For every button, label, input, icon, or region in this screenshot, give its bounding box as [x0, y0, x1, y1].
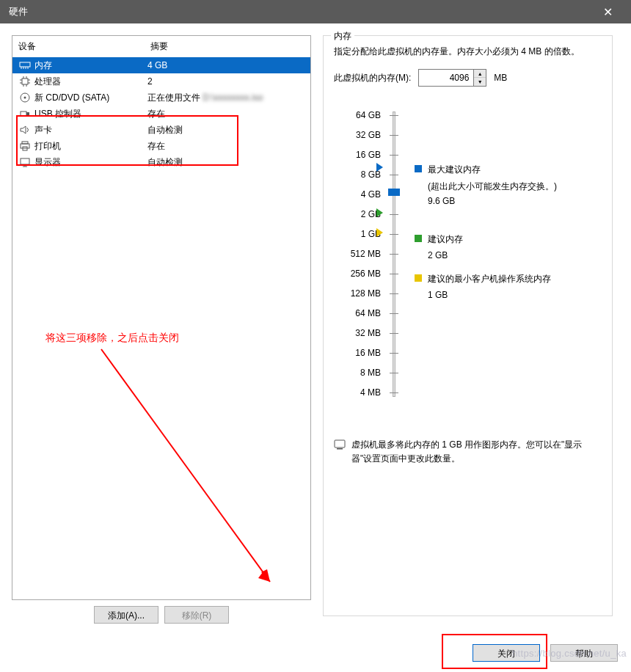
slider-tick-label: 64 GB [334, 106, 387, 125]
legend-color-icon [415, 274, 422, 282]
legend-color-icon [415, 165, 422, 172]
hint-icon [334, 439, 346, 466]
disc-icon [18, 92, 32, 103]
svg-point-15 [24, 97, 26, 99]
svg-rect-20 [21, 144, 29, 148]
memory-unit: MB [494, 73, 507, 83]
spin-down-icon[interactable]: ▼ [474, 78, 486, 86]
legend-title: 最大建议内存 [428, 163, 481, 176]
legend-item: 建议的最小客户机操作系统内存 [415, 272, 557, 285]
device-summary: 正在使用文件 D:\xxxxxxxx.iso [147, 92, 304, 104]
svg-rect-22 [21, 158, 29, 164]
slider-tick-label: 512 MB [334, 244, 387, 264]
watermark: https://blog.csdn.net/u_ka [512, 648, 627, 659]
svg-rect-0 [20, 62, 30, 67]
device-name: 显示器 [34, 156, 61, 169]
device-summary: 2 [147, 76, 304, 87]
device-name: 内存 [34, 59, 52, 72]
slider-tick-label: 4 MB [334, 383, 387, 403]
remove-button: 移除(R) [164, 606, 229, 624]
device-summary: 自动检测 [147, 124, 304, 136]
slider-tick-label: 4 GB [334, 185, 387, 205]
slider-tick-label: 128 MB [334, 284, 387, 304]
titlebar: 硬件 ✕ [0, 0, 631, 23]
hardware-list-header: 设备 摘要 [12, 36, 310, 57]
add-button[interactable]: 添加(A)... [94, 606, 158, 624]
memory-group-title: 内存 [331, 30, 354, 43]
memory-input[interactable] [419, 70, 473, 86]
hardware-row[interactable]: 声卡自动检测 [12, 122, 310, 138]
hardware-row[interactable]: 显示器自动检测 [12, 154, 310, 170]
device-summary: 自动检测 [147, 156, 304, 169]
hardware-row[interactable]: 内存4 GB [12, 57, 310, 73]
hardware-buttons: 添加(A)... 移除(R) [12, 606, 311, 624]
hardware-row[interactable]: 打印机存在 [12, 138, 310, 154]
hardware-list: 设备 摘要 内存4 GB处理器2新 CD/DVD (SATA)正在使用文件 D:… [12, 35, 311, 600]
memory-groupbox: 内存 指定分配给此虚拟机的内存量。内存大小必须为 4 MB 的倍数。 此虚拟机的… [323, 35, 613, 616]
spin-up-icon[interactable]: ▲ [474, 70, 486, 78]
annotation-text: 将这三项移除，之后点击关闭 [45, 332, 179, 345]
slider-tick-label: 16 MB [334, 343, 387, 363]
svg-rect-17 [26, 112, 29, 115]
svg-marker-18 [21, 126, 26, 134]
hardware-row[interactable]: 处理器2 [12, 73, 310, 90]
memory-legend: 最大建议内存(超出此大小可能发生内存交换。)9.6 GB建议内存2 GB建议的最… [404, 106, 557, 403]
marker-min-icon [376, 228, 383, 237]
memory-spinner[interactable]: ▲ ▼ [418, 69, 486, 87]
device-name: 声卡 [34, 124, 52, 136]
slider-tick-labels: 64 GB32 GB16 GB8 GB4 GB2 GB1 GB512 MB256… [334, 106, 387, 403]
cpu-icon [18, 76, 32, 87]
slider-tick-label: 8 MB [334, 363, 387, 383]
slider-tick-label: 64 MB [334, 304, 387, 324]
header-summary[interactable]: 摘要 [150, 40, 304, 53]
legend-item: 最大建议内存 [415, 163, 557, 176]
legend-item: 建议内存 [415, 233, 557, 246]
memory-icon [18, 59, 32, 71]
slider-tick-label: 16 GB [334, 145, 387, 165]
marker-rec-icon [376, 208, 383, 217]
svg-rect-25 [335, 440, 345, 448]
svg-rect-26 [337, 448, 343, 450]
legend-value: 1 GB [428, 290, 557, 300]
memory-input-label: 此虚拟机的内存(M): [334, 72, 411, 84]
header-device[interactable]: 设备 [18, 40, 150, 53]
device-name: 打印机 [34, 140, 61, 153]
device-name: USB 控制器 [34, 108, 81, 120]
legend-value: 9.6 GB [428, 196, 557, 206]
legend-note: (超出此大小可能发生内存交换。) [428, 180, 557, 193]
usb-icon [18, 108, 32, 120]
legend-title: 建议内存 [428, 233, 463, 246]
titlebar-title: 硬件 [9, 5, 593, 18]
svg-rect-16 [21, 112, 26, 116]
device-summary: 存在 [147, 140, 304, 153]
hardware-row[interactable]: USB 控制器存在 [12, 106, 310, 122]
legend-value: 2 GB [428, 250, 557, 260]
hardware-row[interactable]: 新 CD/DVD (SATA)正在使用文件 D:\xxxxxxxx.iso [12, 90, 310, 106]
device-name: 处理器 [34, 76, 61, 88]
svg-rect-5 [22, 78, 28, 84]
printer-icon [18, 140, 32, 152]
slider-tick-label: 256 MB [334, 264, 387, 284]
device-name: 新 CD/DVD (SATA) [34, 92, 109, 104]
close-icon[interactable]: ✕ [593, 5, 622, 19]
legend-color-icon [415, 235, 422, 242]
display-icon [18, 156, 32, 168]
memory-hint: 虚拟机最多将此内存的 1 GB 用作图形内存。您可以在"显示器"设置页面中更改此… [351, 438, 602, 466]
slider-thumb[interactable] [388, 189, 400, 196]
device-summary: 存在 [147, 108, 304, 120]
slider-tick-label: 32 MB [334, 324, 387, 343]
device-summary: 4 GB [147, 60, 304, 70]
sound-icon [18, 124, 32, 136]
memory-slider[interactable] [387, 106, 404, 403]
marker-max-icon [376, 163, 383, 172]
memory-description: 指定分配给此虚拟机的内存量。内存大小必须为 4 MB 的倍数。 [334, 45, 602, 59]
slider-tick-label: 32 GB [334, 125, 387, 145]
legend-title: 建议的最小客户机操作系统内存 [428, 272, 551, 285]
